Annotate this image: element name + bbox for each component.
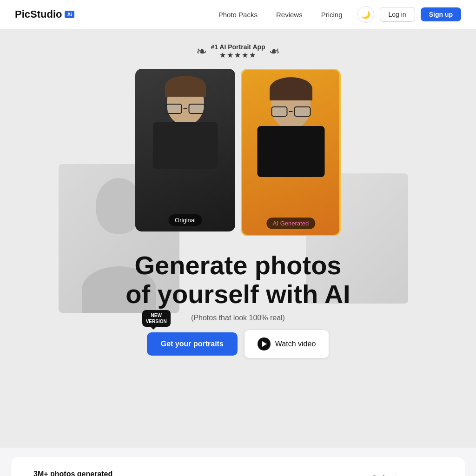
headline-line2: of yourself with AI [126,279,350,309]
ai-glasses-bridge [289,111,293,112]
cta-group: NEW VERSION Get your portraits Watch vid… [147,330,330,358]
social-proof-section: 3M+ photos generated ★ ★ ★ ★ ★ Perfect t… [11,457,465,476]
glasses-right-frame [188,104,205,114]
headline-line1: Generate photos [135,251,342,280]
hero-content: ❧ #1 AI Portrait App ★★★★★ ❧ Original [0,29,476,358]
get-portraits-button[interactable]: Get your portraits [147,332,238,356]
theme-toggle-button[interactable]: 🌙 [357,6,374,23]
watch-video-label: Watch video [275,340,316,348]
original-hair [165,76,206,97]
nav-reviews[interactable]: Reviews [276,11,303,19]
ai-glasses [271,106,311,117]
new-version-badge: NEW VERSION [142,310,171,327]
photos-generated-count: 3M+ photos generated [33,470,112,476]
headline: Generate photos of yourself with AI [126,251,350,308]
login-button[interactable]: Log in [380,7,415,22]
laurel-right-icon: ❧ [269,44,280,59]
logo-ai-badge: Ai [65,11,74,18]
laurel-left-icon: ❧ [196,44,207,59]
original-photo-label: Original [168,214,202,226]
play-icon [258,337,271,350]
hero-section: ❧ #1 AI Portrait App ★★★★★ ❧ Original [0,29,476,448]
photo-comparison: Original AI Generated [135,69,341,236]
nav-pricing[interactable]: Pricing [321,11,343,19]
original-photo-card: Original [135,69,235,231]
award-stars: ★★★★★ [211,51,265,60]
watch-video-button[interactable]: Watch video [244,330,329,358]
ai-photo-label: AI Generated [266,218,315,229]
original-glasses [165,104,205,114]
ai-photo-card: AI Generated [241,69,341,236]
proof-left: 3M+ photos generated ★ ★ ★ ★ ★ [33,470,112,476]
play-triangle-icon [262,341,267,347]
award-title: #1 AI Portrait App [211,43,265,51]
subheadline: (Photos that look 100% real) [191,314,285,322]
navbar: PicStudio Ai Photo Packs Reviews Pricing… [0,0,476,29]
signup-button[interactable]: Sign up [421,7,461,21]
nav-actions: 🌙 Log in Sign up [357,6,461,23]
logo-text: PicStudio [15,8,62,20]
ai-glasses-left-frame [271,106,288,117]
ai-glasses-right-frame [294,106,311,117]
ai-hair [270,77,312,100]
glasses-left-frame [165,104,182,114]
platforms-label: Perfect to use on [351,474,443,476]
proof-right: Perfect to use on in f [351,474,443,476]
logo[interactable]: PicStudio Ai [15,8,74,20]
award-badge: ❧ #1 AI Portrait App ★★★★★ ❧ [196,43,279,60]
award-text: #1 AI Portrait App ★★★★★ [211,43,265,60]
nav-links: Photo Packs Reviews Pricing [218,11,343,19]
glasses-bridge [184,108,187,109]
nav-photo-packs[interactable]: Photo Packs [218,11,258,19]
